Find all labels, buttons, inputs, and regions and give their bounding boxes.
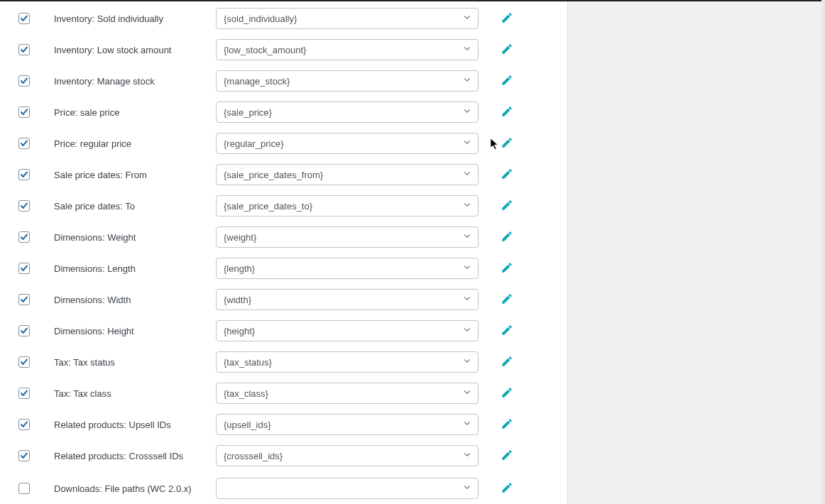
field-row: Dimensions: Width{width} [11,284,567,315]
edit-button[interactable] [498,10,515,27]
select-value: {regular_price} [224,138,284,149]
pencil-icon [501,481,513,496]
field-enabled-checkbox[interactable] [18,325,30,336]
edit-button[interactable] [498,166,515,183]
field-enabled-checkbox[interactable] [18,450,30,461]
field-label: Dimensions: Height [54,326,216,336]
field-rows: Inventory: Sold individually{sold_indivi… [11,0,567,504]
select-cell: {sale_price} [216,102,479,123]
select-cell: {crosssell_ids} [216,445,479,466]
edit-cell [479,260,535,277]
main-panel: Inventory: Sold individually{sold_indivi… [0,0,568,504]
field-row: Related products: Crosssell IDs{crosssel… [11,440,567,471]
field-enabled-checkbox[interactable] [18,231,30,243]
edit-button[interactable] [498,322,515,339]
edit-button[interactable] [498,354,515,371]
edit-button[interactable] [498,447,515,464]
field-enabled-checkbox[interactable] [18,419,30,430]
field-label: Dimensions: Width [54,295,216,305]
field-value-select[interactable]: {crosssell_ids} [216,445,479,466]
field-label: Tax: Tax class [54,388,216,399]
field-row: Inventory: Manage stock{manage_stock} [11,65,567,97]
chevron-down-icon [462,231,472,243]
select-cell: {sale_price_dates_to} [216,195,479,217]
edit-button[interactable] [498,41,515,58]
field-value-select[interactable]: {regular_price} [216,133,479,154]
field-value-select[interactable]: {weight} [216,226,479,248]
field-enabled-checkbox[interactable] [18,388,30,399]
field-row: Price: sale price{sale_price} [11,97,567,128]
field-label: Dimensions: Weight [54,232,216,243]
field-enabled-checkbox[interactable] [18,356,30,368]
checkbox-cell [11,13,54,24]
edit-button[interactable] [498,229,515,246]
field-row: Dimensions: Weight{weight} [11,221,567,253]
select-cell: {width} [216,289,479,310]
field-enabled-checkbox[interactable] [18,138,30,149]
edit-cell [479,416,535,433]
field-value-select[interactable]: {upsell_ids} [216,414,479,435]
field-value-select[interactable]: {sold_individually} [216,8,479,29]
field-value-select[interactable]: {sale_price_dates_from} [216,164,479,185]
field-label: Related products: Crosssell IDs [54,451,216,461]
chevron-down-icon [462,138,472,150]
field-row: Related products: Upsell IDs{upsell_ids} [11,409,567,440]
select-cell: {regular_price} [216,133,479,154]
edit-button[interactable] [498,197,515,214]
edit-button[interactable] [498,260,515,277]
pencil-icon [501,105,513,120]
pencil-icon [501,74,513,89]
pencil-icon [501,386,513,401]
edit-button[interactable] [498,416,515,433]
chevron-down-icon [462,356,472,368]
field-enabled-checkbox[interactable] [18,294,30,305]
edit-button[interactable] [498,72,515,89]
field-label: Inventory: Low stock amount [54,45,216,55]
edit-button[interactable] [498,104,515,121]
field-value-select[interactable]: {sale_price} [216,102,479,123]
field-enabled-checkbox[interactable] [18,169,30,180]
field-enabled-checkbox[interactable] [18,13,30,24]
checkbox-cell [11,231,54,243]
edit-button[interactable] [498,385,515,402]
edit-button[interactable] [498,135,515,152]
field-value-select[interactable]: {width} [216,289,479,310]
select-value: {height} [224,326,255,336]
field-value-select[interactable]: {height} [216,320,479,341]
field-value-select[interactable]: {length} [216,258,479,279]
chevron-down-icon [462,169,472,181]
select-cell: {length} [216,258,479,279]
edit-button[interactable] [498,480,515,497]
field-value-select[interactable]: {low_stock_amount} [216,39,479,60]
field-label: Inventory: Sold individually [54,13,216,24]
field-enabled-checkbox[interactable] [18,75,30,87]
field-enabled-checkbox[interactable] [18,200,30,212]
checkbox-cell [11,75,54,87]
field-row: Price: regular price{regular_price} [11,128,567,159]
checkbox-cell [11,388,54,399]
field-enabled-checkbox[interactable] [18,263,30,274]
edit-button[interactable] [498,291,515,308]
edit-cell [479,354,535,371]
window-scrollbar[interactable] [821,0,825,504]
field-label: Sale price dates: To [54,201,216,212]
field-enabled-checkbox[interactable] [18,44,30,55]
field-value-select[interactable]: {sale_price_dates_to} [216,195,479,217]
field-row: Sale price dates: From{sale_price_dates_… [11,159,567,190]
checkbox-cell [11,450,54,461]
checkbox-cell [11,263,54,274]
field-value-select[interactable]: {tax_class} [216,383,479,404]
field-enabled-checkbox[interactable] [18,483,30,494]
field-row: Dimensions: Length{length} [11,253,567,284]
field-value-select[interactable]: {tax_status} [216,351,479,373]
field-value-select[interactable] [216,478,479,499]
checkbox-cell [11,294,54,305]
field-value-select[interactable]: {manage_stock} [216,70,479,92]
select-value: {sold_individually} [224,13,297,24]
pencil-icon [501,292,513,307]
edit-cell [479,197,535,214]
pencil-icon [501,230,513,245]
field-label: Dimensions: Length [54,263,216,274]
field-enabled-checkbox[interactable] [18,106,30,118]
checkbox-cell [11,169,54,180]
